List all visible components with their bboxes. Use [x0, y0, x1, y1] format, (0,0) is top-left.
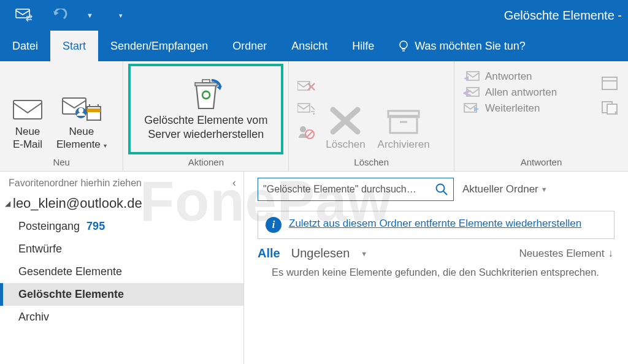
svg-line-19	[307, 131, 313, 137]
folder-inbox-count: 795	[86, 220, 105, 232]
navigation-pane: Favoritenordner hierhin ziehen ‹ ◢ leo_k…	[0, 172, 244, 364]
reply-button[interactable]: Antworten	[459, 69, 597, 85]
recover-label-l1: Gelöschte Elemente vom	[144, 114, 267, 126]
cleanup-mini-buttons: ▾	[294, 78, 320, 143]
reply-all-button[interactable]: Allen antworten	[459, 85, 597, 100]
recover-label-l2: Server wiederherstellen	[148, 128, 264, 140]
tell-me-search[interactable]: Was möchten Sie tun?	[386, 31, 525, 61]
more-respond-icon[interactable]: ▾	[601, 99, 619, 115]
filter-dropdown-icon[interactable]: ▼	[361, 250, 367, 257]
title-bar: ▼ ▾ Gelöschte Elemente -	[0, 0, 628, 31]
envelope-icon	[11, 96, 44, 123]
undo-dropdown-icon[interactable]: ▼	[86, 12, 93, 19]
search-icon[interactable]	[435, 183, 448, 196]
chevron-down-icon: ▾	[102, 142, 107, 149]
tab-hilfe[interactable]: Hilfe	[340, 31, 386, 61]
reply-icon	[463, 70, 480, 83]
recycle-bin-restore-icon	[188, 77, 224, 110]
new-email-label-l2: E-Mail	[13, 138, 42, 150]
reply-label: Antworten	[485, 70, 532, 83]
junk-icon[interactable]	[297, 124, 316, 140]
search-scope-dropdown[interactable]: Aktueller Ordner ▼	[462, 183, 548, 195]
delete-label: Löschen	[326, 138, 365, 151]
group-label-aktionen: Aktionen	[123, 156, 288, 171]
svg-rect-12	[297, 82, 310, 90]
sort-dropdown[interactable]: Neuestes Element ↓	[519, 248, 613, 260]
forward-button[interactable]: Weiterleiten	[459, 100, 597, 116]
svg-rect-22	[390, 116, 417, 133]
recover-deleted-items-button[interactable]: Gelöschte Elemente vomServer wiederherst…	[128, 64, 283, 154]
quick-access-toolbar: ▼ ▾	[0, 7, 123, 23]
svg-point-5	[78, 108, 83, 113]
empty-message: Es wurden keine Elemente gefunden, die d…	[258, 265, 628, 279]
folder-sent[interactable]: Gesendete Elemente	[0, 260, 243, 283]
recover-link[interactable]: Zuletzt aus diesem Ordner entfernte Elem…	[289, 217, 581, 231]
info-icon: i	[266, 217, 281, 233]
svg-point-17	[300, 126, 306, 132]
cleanup-icon[interactable]: ▾	[297, 102, 316, 118]
new-items-label-l2: Elemente	[56, 138, 101, 150]
tab-ordner[interactable]: Ordner	[220, 31, 279, 61]
send-receive-icon[interactable]	[15, 7, 34, 23]
ribbon: NeueE-Mail NeueElemente ▾ Neu	[0, 61, 628, 172]
new-email-label-l1: Neue	[15, 126, 40, 137]
forward-label: Weiterleiten	[485, 102, 540, 115]
chevron-down-icon: ▼	[541, 186, 548, 193]
filter-tab-unread[interactable]: Ungelesen	[291, 246, 350, 260]
recover-info-banner: i Zuletzt aus diesem Ordner entfernte El…	[258, 211, 615, 239]
arrow-down-icon: ↓	[608, 248, 614, 260]
meeting-icon[interactable]	[601, 75, 619, 91]
svg-line-34	[443, 191, 447, 195]
tab-datei[interactable]: Datei	[0, 31, 50, 61]
group-label-loeschen: Löschen	[289, 156, 454, 171]
folder-deleted-items[interactable]: Gelöschte Elemente	[0, 283, 243, 306]
ribbon-group-aktionen: Gelöschte Elemente vomServer wiederherst…	[123, 61, 289, 171]
delete-x-icon	[328, 106, 362, 135]
filter-row: Alle Ungelesen ▼ Neuestes Element ↓	[258, 246, 628, 260]
message-list-pane: FonePaw "Gelöschte Elemente" durchsuch… …	[244, 172, 628, 364]
search-scope-label: Aktueller Ordner	[462, 183, 538, 195]
collapse-favorites-icon[interactable]: ‹	[232, 176, 236, 189]
svg-rect-11	[202, 80, 210, 83]
archive-button[interactable]: Archivieren	[372, 67, 436, 153]
tell-me-label: Was möchten Sie tun?	[415, 40, 525, 53]
search-input[interactable]: "Gelöschte Elemente" durchsuch…	[258, 178, 454, 201]
qat-customize-icon[interactable]: ▾	[119, 12, 123, 20]
new-items-icon	[61, 96, 102, 123]
tab-start[interactable]: Start	[50, 31, 98, 61]
search-placeholder: "Gelöschte Elemente" durchsuch…	[263, 184, 416, 195]
account-header[interactable]: ◢ leo_klein@outlook.de	[0, 194, 243, 215]
filter-tab-all[interactable]: Alle	[258, 246, 280, 260]
archive-box-icon	[386, 106, 421, 135]
new-email-button[interactable]: NeueE-Mail	[5, 67, 50, 153]
ribbon-group-neu: NeueE-Mail NeueElemente ▾ Neu	[0, 61, 123, 171]
ignore-icon[interactable]	[297, 80, 316, 96]
folder-drafts[interactable]: Entwürfe	[0, 238, 243, 260]
undo-icon[interactable]	[51, 7, 69, 23]
lightbulb-icon	[397, 40, 410, 52]
account-name: leo_klein@outlook.de	[13, 195, 142, 211]
reply-all-icon	[463, 86, 480, 99]
svg-rect-23	[388, 111, 419, 117]
svg-text:▾: ▾	[615, 110, 617, 115]
tab-senden-empfangen[interactable]: Senden/Empfangen	[98, 31, 220, 61]
new-items-label-l1: Neue	[69, 126, 94, 137]
svg-point-33	[437, 184, 445, 192]
ribbon-group-loeschen: ▾ Löschen Archivieren Löschen	[289, 61, 454, 171]
svg-rect-15	[297, 104, 310, 112]
favorites-drop-label: Favoritenordner hierhin ziehen	[9, 178, 142, 189]
respond-extra-icons: ▾	[597, 69, 623, 115]
ribbon-tabs: Datei Start Senden/Empfangen Ordner Ansi…	[0, 31, 628, 61]
group-label-antworten: Antworten	[454, 156, 628, 171]
folder-inbox[interactable]: Posteingang 795	[0, 215, 243, 238]
forward-icon	[463, 102, 480, 115]
archive-label: Archivieren	[378, 138, 430, 151]
tab-ansicht[interactable]: Ansicht	[279, 31, 340, 61]
favorites-drop-hint[interactable]: Favoritenordner hierhin ziehen ‹	[0, 172, 243, 194]
ribbon-group-antworten: Antworten Allen antworten Weiterleiten ▾…	[454, 61, 628, 171]
delete-button[interactable]: Löschen	[320, 67, 371, 153]
folder-archive[interactable]: Archiv	[0, 306, 243, 328]
new-items-button[interactable]: NeueElemente ▾	[50, 67, 113, 153]
window-title: Gelöschte Elemente -	[504, 9, 628, 23]
svg-rect-28	[602, 77, 617, 89]
